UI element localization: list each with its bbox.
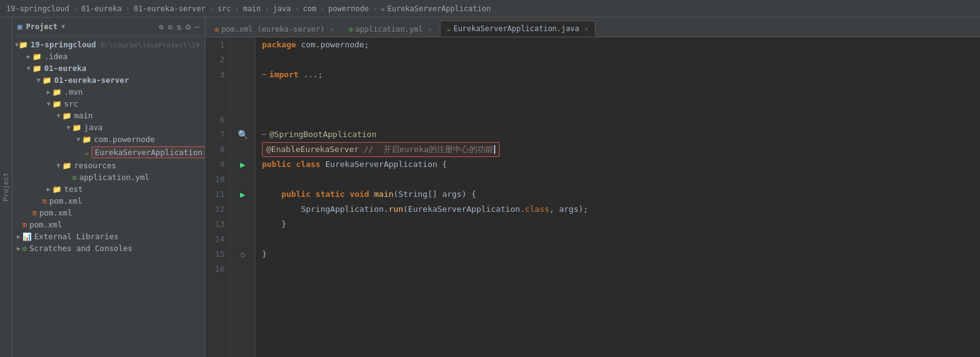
- xml-icon: m: [32, 209, 37, 217]
- code-line-9: public class EurekaServerApplication {: [262, 157, 980, 172]
- tree-item-pom-root[interactable]: m pom.xml: [12, 219, 205, 231]
- tree-item-test[interactable]: ▶ 📁 test: [12, 183, 205, 195]
- tree-arrow: ▼: [55, 112, 62, 119]
- gutter-line-6: [230, 112, 255, 127]
- tree-arrow: ▶: [45, 88, 52, 95]
- code-line-11: public static void main (String[] args) …: [262, 187, 980, 202]
- tab-label: application.yml: [355, 25, 422, 34]
- project-tree: ▼ 📁 19-springcloud D:\course\javaProject…: [12, 36, 205, 357]
- dropdown-arrow-icon[interactable]: ▼: [61, 23, 65, 30]
- code-line-14: [262, 232, 980, 247]
- tree-item-pom-eureka[interactable]: m pom.xml: [12, 207, 205, 219]
- breadcrumb-item-current[interactable]: EurekaServerApplication: [388, 4, 491, 13]
- tree-item-scratches[interactable]: ▶ ⚙ Scratches and Consoles: [12, 242, 205, 254]
- breadcrumb-item[interactable]: java: [273, 4, 291, 13]
- tree-label: application.yml: [79, 173, 205, 182]
- tree-item-01eureka[interactable]: ▼ 📁 01-eureka: [12, 62, 205, 74]
- line-numbers: 1 2 3 6 7 8 9 10 11 12 13 14 15 16: [205, 37, 230, 357]
- project-panel-toolbar: ⊕ ≡ ⇅ ⚙ −: [159, 22, 200, 32]
- tree-label: .idea: [44, 52, 205, 61]
- run-icon[interactable]: ▶: [240, 159, 245, 169]
- project-side-tab[interactable]: Project: [0, 17, 12, 357]
- close-tab-icon[interactable]: ×: [584, 25, 589, 33]
- run-icon[interactable]: ▶: [240, 189, 245, 199]
- folder-icon: 📁: [32, 64, 42, 73]
- tree-item-application-yml[interactable]: ⚙ application.yml: [12, 171, 205, 183]
- folder-icon: 📁: [52, 185, 62, 194]
- tree-item-eureka-app[interactable]: ☕ EurekaServerApplication: [12, 145, 205, 159]
- tree-label: resources: [74, 161, 205, 170]
- breadcrumb-item[interactable]: powernode: [329, 4, 369, 13]
- tree-item-java[interactable]: ▼ 📁 java: [12, 121, 205, 133]
- gutter-hint-7[interactable]: 🔍: [230, 127, 255, 142]
- folder-icon: ▣: [17, 22, 22, 31]
- code-line-1: package com.powernode;: [262, 37, 980, 52]
- breadcrumb-item[interactable]: 19-springcloud: [6, 4, 69, 13]
- code-editor[interactable]: 1 2 3 6 7 8 9 10 11 12 13 14 15 16: [205, 37, 980, 357]
- tree-item-package[interactable]: ▼ 📁 com.powernode: [12, 133, 205, 145]
- code-line-16: [262, 262, 980, 277]
- gutter-line-16: [230, 262, 255, 277]
- xml-icon: m: [22, 221, 27, 229]
- breadcrumb-item[interactable]: com: [303, 4, 317, 13]
- tree-item-root[interactable]: ▼ 📁 19-springcloud D:\course\javaProject…: [12, 39, 205, 50]
- code-line-2: [262, 52, 980, 67]
- tab-label: EurekaServerApplication.java: [454, 24, 579, 33]
- breadcrumb-item[interactable]: src: [217, 4, 231, 13]
- tree-arrow: ▶: [25, 53, 32, 60]
- tree-label-selected: EurekaServerApplication: [91, 146, 205, 158]
- tree-arrow: ▶: [45, 186, 52, 193]
- close-tab-icon[interactable]: ×: [427, 26, 432, 34]
- tree-item-idea[interactable]: ▶ 📁 .idea: [12, 50, 205, 62]
- tab-pom-xml[interactable]: m pom.xml (eureka-server) ×: [208, 21, 340, 37]
- code-content[interactable]: package com.powernode; − import ...; − @…: [256, 37, 980, 357]
- settings-icon[interactable]: ⚙: [185, 22, 190, 32]
- xml-icon: m: [42, 197, 47, 206]
- folder-icon: 📁: [42, 76, 52, 85]
- breadcrumb-item[interactable]: 01-eureka-server: [134, 4, 206, 13]
- code-line-6: [262, 112, 980, 127]
- code-line-5: [262, 97, 980, 112]
- gutter-run-11[interactable]: ▶: [230, 187, 255, 202]
- tree-item-main[interactable]: ▼ 📁 main: [12, 110, 205, 121]
- project-panel: ▣ Project ▼ ⊕ ≡ ⇅ ⚙ − ▼ 📁 19-springcloud…: [12, 17, 205, 357]
- breadcrumb-item[interactable]: 01-eureka: [81, 4, 121, 13]
- tree-item-pom-server[interactable]: m pom.xml: [12, 195, 205, 207]
- code-line-7: − @SpringBootApplication: [262, 127, 980, 142]
- tree-label: src: [64, 99, 205, 108]
- tab-application-yml[interactable]: ⚙ application.yml ×: [342, 21, 439, 37]
- cursor: [494, 145, 495, 154]
- tree-item-external-libs[interactable]: ▶ 📊 External Libraries: [12, 231, 205, 242]
- minimize-icon[interactable]: −: [195, 22, 200, 32]
- java-class-icon: ☕: [85, 148, 89, 157]
- sort-icon[interactable]: ⇅: [177, 22, 182, 32]
- breadcrumb-item[interactable]: main: [243, 4, 261, 13]
- tree-label: pom.xml: [29, 220, 205, 229]
- tree-label: .mvn: [64, 87, 205, 97]
- editor-area: m pom.xml (eureka-server) × ⚙ applicatio…: [205, 17, 980, 357]
- code-line-4: [262, 82, 980, 97]
- tree-item-src[interactable]: ▼ 📁 src: [12, 98, 205, 110]
- gutter-line-15: ◯: [230, 247, 255, 262]
- tree-arrow: ▼: [65, 124, 72, 131]
- tab-eureka-app[interactable]: ☕ EurekaServerApplication.java ×: [440, 21, 595, 37]
- tree-arrow: ▶: [15, 233, 22, 240]
- gutter-run-9[interactable]: ▶: [230, 157, 255, 172]
- tree-label: main: [74, 111, 205, 120]
- external-lib-icon: 📊: [22, 232, 32, 241]
- collapse-icon[interactable]: ≡: [167, 22, 172, 32]
- tree-item-resources[interactable]: ▼ 📁 resources: [12, 159, 205, 171]
- yml-icon: ⚙: [72, 173, 77, 182]
- add-icon[interactable]: ⊕: [159, 22, 164, 32]
- close-tab-icon[interactable]: ×: [330, 26, 334, 34]
- tree-label: External Libraries: [34, 232, 205, 241]
- java-tab-icon: ☕: [447, 25, 451, 33]
- tree-item-mvn[interactable]: ▶ 📁 .mvn: [12, 86, 205, 98]
- project-tab-label: Project: [2, 173, 10, 201]
- tab-label: pom.xml (eureka-server): [222, 25, 325, 34]
- tree-arrow: ▼: [45, 100, 52, 107]
- tree-item-01eureka-server[interactable]: ▼ 📁 01-eureka-server: [12, 74, 205, 86]
- folder-icon: 📁: [82, 135, 91, 144]
- gutter-line-14: [230, 232, 255, 247]
- tree-label: 19-springcloud D:\course\javaProject\19-…: [30, 40, 205, 49]
